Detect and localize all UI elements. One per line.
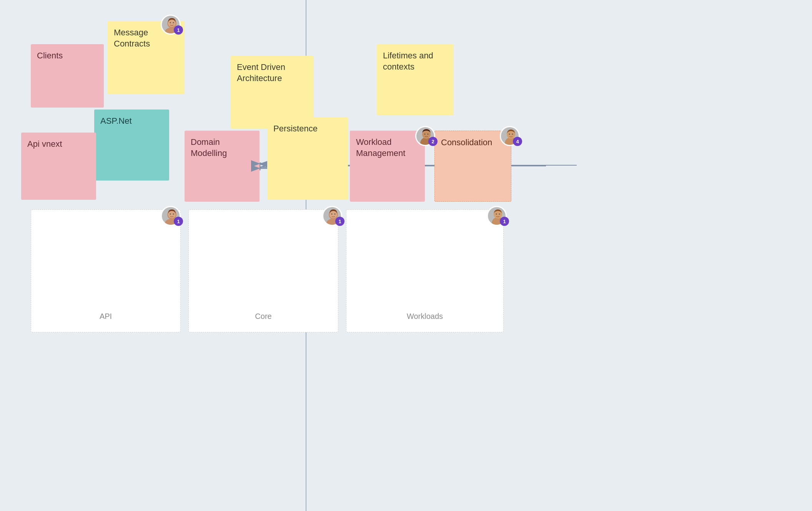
avatar-badge-2[interactable]: 2 (415, 126, 435, 146)
note-persistence[interactable]: Persistence (267, 117, 348, 200)
svg-point-27 (173, 214, 174, 215)
svg-point-21 (509, 134, 510, 135)
svg-point-18 (428, 134, 429, 135)
frame-api[interactable]: API (31, 209, 181, 332)
svg-point-36 (499, 214, 500, 215)
svg-point-26 (170, 214, 171, 215)
svg-point-16 (422, 130, 431, 139)
badge-count-1: 1 (174, 25, 183, 35)
svg-point-14 (173, 22, 174, 23)
badge-count-2: 2 (428, 137, 438, 146)
badge-count-4: 1 (174, 217, 183, 226)
canvas: Message Contracts Clients Event DrivenAr… (0, 0, 812, 511)
avatar-badge-3[interactable]: 4 (500, 126, 520, 146)
badge-count-3: 4 (513, 137, 522, 146)
avatar-badge-4[interactable]: 1 (161, 206, 181, 226)
note-api-vnext[interactable]: Api vnext (21, 133, 96, 200)
svg-line-7 (260, 163, 267, 165)
note-lifetimes[interactable]: Lifetimes andcontexts (377, 44, 454, 115)
svg-point-22 (512, 134, 513, 135)
avatar-badge-6[interactable]: 1 (487, 206, 507, 226)
note-aspnet[interactable]: ASP.Net (94, 109, 169, 181)
frame-workloads[interactable]: Workloads (346, 209, 504, 332)
note-domain-modelling[interactable]: DomainModelling (185, 131, 260, 202)
svg-line-8 (260, 165, 267, 168)
svg-point-32 (334, 214, 336, 215)
avatar-badge-1[interactable]: 1 (161, 15, 181, 35)
badge-count-6: 1 (500, 217, 509, 226)
badge-count-5: 1 (335, 217, 344, 226)
svg-point-13 (170, 22, 171, 23)
svg-point-17 (424, 134, 426, 135)
avatar-badge-5[interactable]: 1 (322, 206, 342, 226)
svg-point-35 (496, 214, 497, 215)
note-workload-management[interactable]: WorkloadManagement (350, 131, 425, 202)
note-clients[interactable]: Clients (31, 44, 104, 108)
svg-point-31 (331, 214, 333, 215)
frame-core[interactable]: Core (188, 209, 338, 332)
